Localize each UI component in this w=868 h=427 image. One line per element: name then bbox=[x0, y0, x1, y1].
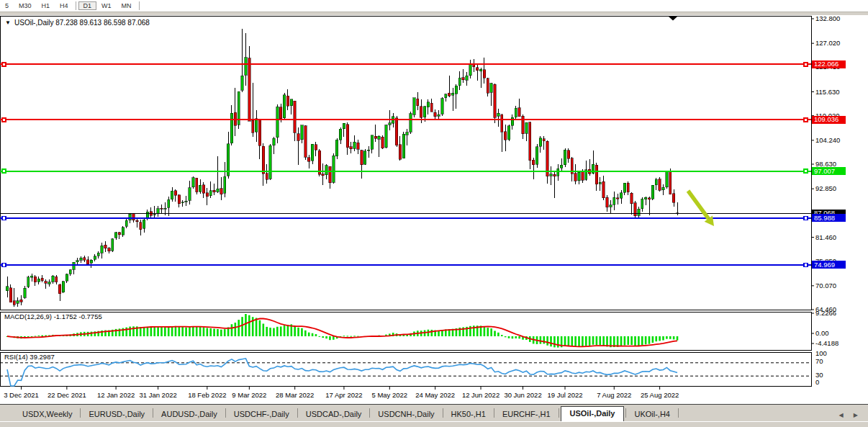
tab-separator bbox=[297, 408, 298, 418]
date-tick: 12 Jun 2022 bbox=[462, 391, 499, 399]
tab-audusd-daily[interactable]: AUDUSD-,Daily bbox=[155, 408, 224, 422]
date-tick: 9 Mar 2022 bbox=[232, 391, 266, 399]
tab-separator bbox=[80, 408, 81, 418]
macd-label: MACD(12,26,9) -1.1752 -0.7755 bbox=[4, 313, 102, 320]
tab-eurchf-h1[interactable]: EURCHF-,H1 bbox=[496, 408, 557, 422]
chart-dropdown-icon[interactable]: ▼ bbox=[5, 19, 11, 26]
tab-hk50-h1[interactable]: HK50-,H1 bbox=[445, 408, 492, 422]
rsi-panel: 10070300 bbox=[0, 349, 827, 386]
timeframe-button-w1[interactable]: W1 bbox=[96, 1, 117, 10]
price-tick: 81.460 bbox=[815, 233, 836, 241]
tab-separator bbox=[494, 408, 494, 418]
date-tick: 31 Jan 2022 bbox=[139, 391, 176, 399]
toolbar-separator bbox=[139, 1, 140, 10]
toolbar-separator bbox=[76, 1, 76, 10]
date-tick: 25 Aug 2022 bbox=[641, 391, 679, 399]
rsi-axis-tick: 70 bbox=[815, 357, 823, 365]
tab-separator bbox=[678, 408, 679, 418]
timeframe-button-d1[interactable]: D1 bbox=[78, 1, 97, 10]
price-tick: 70.070 bbox=[815, 282, 836, 289]
status-bar bbox=[0, 421, 868, 427]
timeframe-button-mn[interactable]: MN bbox=[117, 1, 137, 10]
macd-axis-tick: 9.2266 bbox=[815, 309, 836, 317]
price-badge-97.007: 97.007 bbox=[814, 167, 835, 175]
rsi-axis-tick: 100 bbox=[815, 349, 827, 357]
tab-scroll-arrows[interactable]: ◀ ▶ bbox=[838, 412, 862, 418]
tab-ukoil-h4[interactable]: UKOil-,H4 bbox=[628, 408, 677, 422]
date-axis: 3 Dec 202122 Dec 202112 Jan 202231 Jan 2… bbox=[4, 387, 679, 399]
timeframe-toolbar: 5M30H1H4D1W1MN bbox=[0, 0, 868, 12]
date-tick: 12 Jan 2022 bbox=[97, 391, 135, 399]
price-badge-74.969: 74.969 bbox=[814, 261, 835, 269]
horizontal-level-lines[interactable]: 122.066109.03697.00787.06885.98874.969 bbox=[0, 60, 846, 269]
tab-usoil-daily[interactable]: USOil-,Daily bbox=[561, 406, 625, 422]
tab-usdcad-daily[interactable]: USDCAD-,Daily bbox=[299, 408, 369, 422]
date-tick: 7 Aug 2022 bbox=[597, 391, 631, 399]
chart-tab-bar: USDX,WeeklyEURUSD-,DailyAUDUSD-,DailyUSD… bbox=[0, 404, 868, 422]
price-tick: 104.240 bbox=[815, 136, 840, 144]
price-badge-122.066: 122.066 bbox=[814, 60, 838, 68]
macd-axis-tick: -4.4188 bbox=[815, 339, 838, 347]
down-trend-arrow-icon[interactable] bbox=[688, 191, 714, 226]
chart-panels bbox=[1, 17, 812, 387]
date-tick: 28 Mar 2022 bbox=[276, 391, 314, 399]
timeframe-button-h1[interactable]: H1 bbox=[37, 1, 55, 10]
tab-separator bbox=[225, 408, 226, 418]
price-tick: 92.850 bbox=[815, 184, 836, 192]
price-tick: 132.800 bbox=[815, 14, 840, 22]
date-tick: 30 Jun 2022 bbox=[504, 391, 541, 399]
window-divider bbox=[0, 12, 868, 15]
rsi-label: RSI(14) 39.2987 bbox=[4, 353, 55, 361]
tab-usdcnh-daily[interactable]: USDCNH-,Daily bbox=[371, 408, 440, 422]
macd-panel: 9.22660.00-4.4188 bbox=[6, 309, 839, 348]
date-tick: 24 May 2022 bbox=[415, 391, 455, 399]
tab-eurusd-daily[interactable]: EURUSD-,Daily bbox=[82, 408, 151, 422]
price-badge-85.988: 85.988 bbox=[814, 214, 835, 222]
tab-separator bbox=[369, 408, 370, 418]
tab-separator bbox=[559, 408, 559, 418]
date-tick: 17 Apr 2022 bbox=[325, 391, 362, 399]
chart-annotations[interactable] bbox=[669, 17, 714, 226]
rsi-axis-tick: 0 bbox=[815, 378, 819, 386]
timeframe-button-5[interactable]: 5 bbox=[0, 1, 14, 10]
chart-title: USOil-,Daily 87.238 89.613 86.598 87.068 bbox=[14, 19, 150, 27]
price-tick: 127.020 bbox=[815, 39, 840, 47]
chart-shift-marker[interactable] bbox=[669, 17, 677, 21]
tab-separator bbox=[625, 408, 626, 418]
timeframe-button-h4[interactable]: H4 bbox=[55, 1, 73, 10]
date-tick: 19 Jul 2022 bbox=[547, 391, 582, 399]
tab-usdchf-daily[interactable]: USDCHF-,Daily bbox=[227, 408, 296, 422]
date-tick: 18 Feb 2022 bbox=[188, 391, 226, 399]
date-tick: 22 Dec 2021 bbox=[48, 391, 86, 399]
macd-axis-tick: 0.00 bbox=[815, 329, 829, 337]
date-tick: 5 May 2022 bbox=[371, 391, 407, 399]
date-tick: 3 Dec 2021 bbox=[4, 391, 39, 399]
price-badge-109.036: 109.036 bbox=[814, 115, 838, 123]
tab-separator bbox=[153, 408, 153, 418]
tab-separator bbox=[443, 408, 443, 418]
price-tick: 115.630 bbox=[815, 88, 840, 96]
tab-usdx-weekly[interactable]: USDX,Weekly bbox=[16, 408, 78, 422]
timeframe-button-m30[interactable]: M30 bbox=[14, 1, 37, 10]
price-chart[interactable]: 132.800127.020121.410115.630110.020104.2… bbox=[0, 0, 868, 427]
